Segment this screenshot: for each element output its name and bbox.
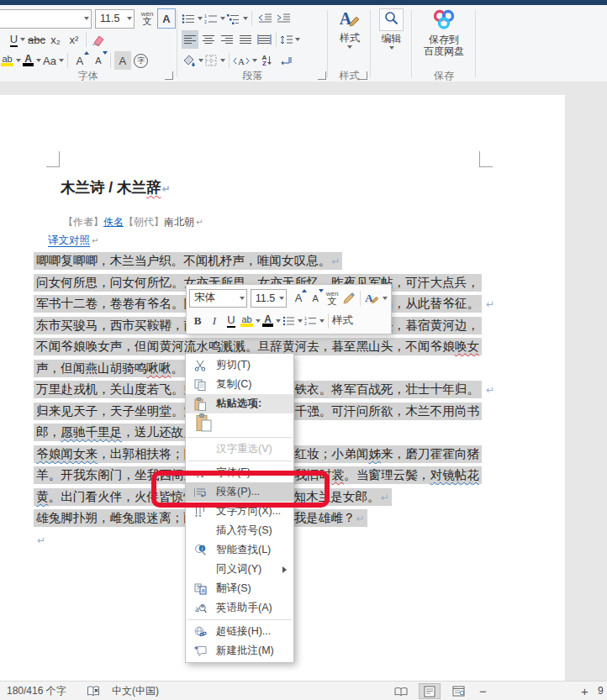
grow-font-button[interactable]: A (71, 51, 88, 70)
character-shading-button[interactable]: A (114, 51, 131, 70)
chevron-down-icon[interactable] (298, 319, 303, 323)
menu-item-paste-options-label[interactable]: 粘贴选项: (186, 394, 293, 413)
mini-font-name-combo[interactable]: 宋体 (189, 289, 247, 308)
mini-underline-button[interactable]: U (224, 312, 239, 330)
chevron-down-icon[interactable] (84, 17, 89, 20)
zoom-percentage[interactable]: 9 (598, 682, 604, 700)
menu-item-hyperlink[interactable]: 超链接(H)... (186, 622, 293, 641)
chevron-down-icon[interactable] (319, 319, 325, 323)
chevron-down-icon[interactable] (220, 17, 225, 20)
distribute-button[interactable] (256, 30, 272, 49)
chevron-down-icon[interactable] (256, 319, 261, 323)
subscript-button[interactable]: x₂ (47, 30, 64, 49)
shading-button[interactable] (182, 51, 203, 70)
menu-item-insert-symbol[interactable]: 插入符号(S) (186, 521, 293, 540)
menu-item-paste-keep-source[interactable] (186, 413, 293, 435)
chevron-down-icon[interactable] (198, 17, 203, 20)
numbering-button[interactable]: 12 (204, 9, 225, 28)
strikethrough-button[interactable]: abc (28, 30, 45, 49)
line-spacing-button[interactable] (280, 30, 300, 49)
menu-item-text-direction[interactable]: 文字方向(X)... (186, 502, 293, 521)
chevron-down-icon[interactable] (220, 59, 225, 62)
language-status[interactable]: 中文(中国) (112, 682, 159, 700)
poem-line[interactable]: 唧唧复唧唧，木兰当户织。不闻机杼声，唯闻女叹息。↵ (34, 252, 342, 270)
menu-item-synonyms[interactable]: 同义词(Y) (186, 560, 293, 579)
menu-item-english-assistant[interactable]: aE英语助手(A) (186, 598, 293, 618)
bullets-button[interactable] (182, 9, 203, 28)
poem-line[interactable]: ↵ (34, 531, 48, 549)
zoom-out-button[interactable]: − (479, 682, 487, 700)
chevron-down-icon[interactable] (36, 59, 41, 62)
save-to-baidu-button[interactable]: 保存到 百度网盘 (418, 8, 470, 69)
borders-button[interactable] (205, 51, 225, 70)
mini-highlight-button[interactable]: ab (240, 312, 261, 330)
mini-styles-label[interactable]: 样式 (332, 312, 353, 330)
menu-item-new-comment[interactable]: 新建批注(M) (186, 641, 293, 661)
print-layout-button[interactable] (419, 683, 441, 699)
menu-item-copy[interactable]: 复制(C) (186, 375, 293, 394)
mini-bullets-button[interactable] (282, 312, 303, 330)
superscript-button[interactable]: x² (66, 30, 82, 49)
chevron-down-icon[interactable] (276, 319, 281, 323)
chevron-down-icon[interactable] (240, 297, 245, 300)
chevron-down-icon[interactable] (59, 59, 64, 62)
chevron-down-icon[interactable] (279, 297, 284, 300)
align-left-button[interactable] (182, 30, 198, 49)
chevron-down-icon[interactable] (198, 59, 203, 62)
mini-font-color-button[interactable]: A (262, 312, 281, 330)
mini-font-size-combo[interactable]: 11.5 (251, 289, 287, 308)
enclose-character-button[interactable]: 字 (133, 51, 150, 70)
mini-shrink-font-button[interactable]: A (308, 289, 323, 308)
mini-grow-font-button[interactable]: A (291, 289, 306, 308)
document-title[interactable]: 木兰诗 / 木兰辞↵ (61, 177, 171, 197)
proofing-status-button[interactable] (87, 682, 101, 700)
mini-format-painter-button[interactable] (341, 289, 356, 308)
chevron-down-icon[interactable] (127, 17, 132, 20)
align-right-button[interactable] (219, 30, 235, 49)
styles-dialog-launcher[interactable] (359, 71, 367, 80)
web-layout-button[interactable] (447, 683, 469, 699)
mini-styles-button[interactable]: A (364, 289, 388, 308)
mini-bold-button[interactable]: B (190, 312, 205, 330)
chevron-down-icon[interactable] (383, 297, 388, 300)
edit-button[interactable]: 编辑 (376, 8, 407, 69)
increase-indent-button[interactable] (274, 9, 291, 28)
zoom-in-button[interactable]: + (581, 682, 589, 700)
clear-formatting-button[interactable] (90, 30, 107, 49)
sort-button[interactable]: AZ (259, 51, 276, 70)
menu-item-cut[interactable]: 剪切(T) (186, 355, 293, 375)
font-dialog-launcher[interactable] (165, 71, 173, 80)
mini-italic-button[interactable]: I (207, 312, 222, 330)
styles-button[interactable]: A 样式 (333, 8, 367, 69)
decrease-indent-button[interactable] (256, 9, 272, 28)
justify-button[interactable] (237, 30, 254, 49)
paragraph-dialog-launcher[interactable] (318, 71, 326, 80)
translate-link[interactable]: 译文对照 (48, 234, 90, 246)
chevron-down-icon[interactable] (20, 38, 25, 41)
multilevel-list-button[interactable] (227, 9, 248, 28)
font-color-button[interactable]: A (23, 51, 41, 70)
menu-item-translate[interactable]: a翻译(S) (186, 579, 293, 598)
character-border-button[interactable]: A (157, 8, 176, 29)
change-case-button[interactable]: Aa (43, 51, 64, 70)
phonetic-guide-button[interactable]: wén文 (139, 9, 156, 28)
chevron-down-icon[interactable] (16, 59, 21, 62)
underline-button[interactable]: U (9, 30, 26, 49)
author-link[interactable]: 佚名 (103, 216, 124, 228)
chevron-down-icon[interactable] (295, 38, 300, 41)
poem-line[interactable]: 声，但闻燕山胡骑鸣啾啾。↵ (34, 360, 195, 377)
chevron-down-icon[interactable] (389, 46, 394, 50)
asian-layout-button[interactable]: A (233, 51, 257, 70)
chevron-down-icon[interactable] (347, 45, 352, 49)
shrink-font-button[interactable]: A (90, 51, 107, 70)
align-center-button[interactable] (200, 30, 217, 49)
chevron-down-icon[interactable] (243, 17, 248, 20)
mini-phonetic-guide-button[interactable]: wén文 (325, 289, 340, 308)
show-marks-button[interactable] (277, 51, 294, 70)
font-size-combo[interactable]: 11.5 (95, 9, 135, 29)
menu-item-smart-lookup[interactable]: i智能查找(L) (186, 540, 293, 560)
mini-numbering-button[interactable]: 12 (304, 312, 325, 330)
font-name-combo[interactable] (0, 9, 92, 29)
chevron-down-icon[interactable] (252, 59, 257, 62)
text-highlight-button[interactable]: ab (1, 51, 21, 70)
